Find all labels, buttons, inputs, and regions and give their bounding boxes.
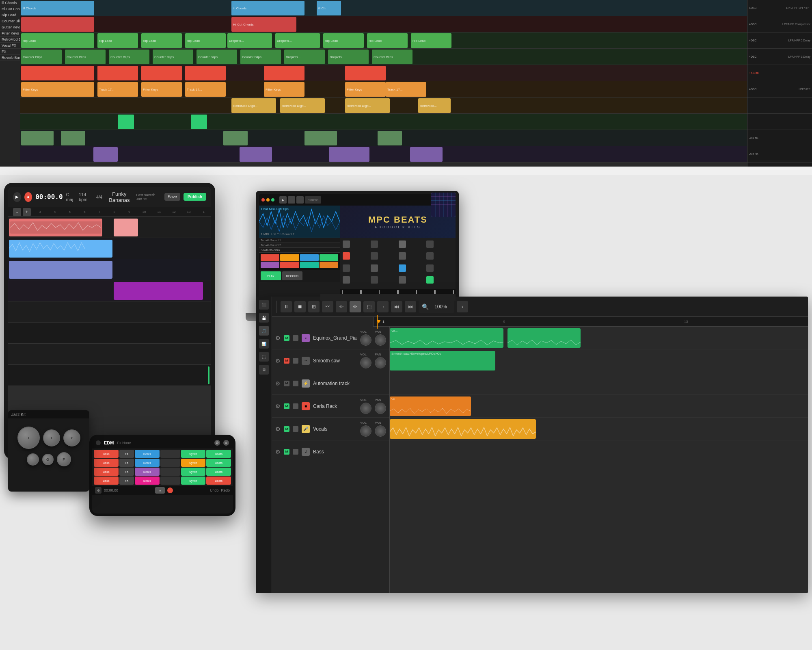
phone-pad-beats2-3[interactable]: Beats: [206, 468, 231, 476]
seq-gear-3[interactable]: ⚙: [275, 380, 281, 387]
seq-pan-knob-1[interactable]: [375, 334, 386, 346]
seq-left-icon-6[interactable]: 🖥: [259, 365, 269, 375]
seq-gear-2[interactable]: ⚙: [275, 358, 281, 364]
seq-vol-knob-2[interactable]: [360, 357, 371, 368]
seq-solo-5[interactable]: [293, 426, 298, 432]
seq-mute-1[interactable]: M: [284, 335, 289, 341]
phone-pad-fx-1[interactable]: FX: [119, 450, 134, 458]
phone-pad-beats-1[interactable]: Beats: [135, 450, 160, 458]
seq-clip-vocals-1[interactable]: [390, 419, 536, 439]
seq-pan-knob-5[interactable]: [375, 425, 386, 437]
phone-pad-beats-2[interactable]: Beats: [135, 459, 160, 467]
phone-pad-beats-3[interactable]: Beats: [135, 468, 160, 476]
mpc-pad-9[interactable]: [343, 264, 350, 272]
seq-arrow-btn[interactable]: →: [377, 301, 389, 312]
mpc-tool-1[interactable]: ▶: [279, 196, 287, 204]
mpc-pad-6[interactable]: [371, 252, 378, 260]
mpc-pad-red2[interactable]: [280, 262, 299, 268]
seq-grid-btn[interactable]: ⊞: [308, 301, 320, 312]
seq-vol-knob-1[interactable]: [360, 334, 371, 346]
seq-mute-5[interactable]: M: [284, 426, 289, 432]
phone-pad-beats2-1[interactable]: Beats: [206, 450, 231, 458]
seq-solo-1[interactable]: [293, 335, 298, 341]
seq-stop-btn[interactable]: ⏹: [294, 301, 306, 312]
seq-vol-knob-5[interactable]: [360, 425, 371, 437]
mpc-pad-8[interactable]: [426, 252, 434, 260]
seq-wave-btn[interactable]: 〰: [322, 301, 333, 312]
phone-pad-empty-2[interactable]: [160, 459, 180, 467]
publish-button[interactable]: Publish: [184, 193, 206, 201]
mpc-pad-teal[interactable]: [300, 262, 319, 268]
phone-pad-empty-1[interactable]: [160, 450, 180, 458]
phone-pad-beats2-2[interactable]: Beats: [206, 459, 231, 467]
seq-pan-knob-2[interactable]: [375, 357, 386, 368]
seq-gear-4[interactable]: ⚙: [275, 403, 281, 410]
mpc-pad-blue[interactable]: [300, 254, 319, 261]
mpc-pad-green[interactable]: [320, 254, 338, 261]
seq-left-icon-4[interactable]: 📊: [259, 339, 269, 349]
seq-mute-2[interactable]: M: [284, 358, 289, 364]
seq-gear-1[interactable]: ⚙: [275, 335, 281, 341]
mpc-pad-2[interactable]: [371, 240, 378, 248]
mpc-tool-2[interactable]: [288, 196, 295, 204]
drum-pad-1[interactable]: I: [17, 427, 40, 449]
mpc-pad-10[interactable]: [371, 264, 378, 272]
seq-skip-btn[interactable]: ⏭: [391, 301, 402, 312]
phone-undo-btn[interactable]: Undo: [210, 488, 219, 492]
seq-pause-btn[interactable]: ⏸: [281, 301, 292, 312]
seq-pan-knob-4[interactable]: [375, 403, 386, 414]
seq-left-icon-3[interactable]: 🎵: [259, 326, 269, 336]
seq-solo-2[interactable]: [293, 358, 298, 364]
phone-pad-beats2-4[interactable]: Beats: [206, 477, 231, 485]
phone-pad-synth-4[interactable]: Synth: [181, 477, 206, 485]
phone-settings-icon[interactable]: ⚙: [95, 487, 102, 494]
mpc-pad-7[interactable]: [399, 252, 406, 260]
mpc-pad-purple[interactable]: [261, 262, 279, 268]
mpc-pad-orange2[interactable]: [320, 262, 338, 268]
seq-mute-4[interactable]: M: [284, 403, 289, 409]
phone-menu-btn[interactable]: ≡: [223, 440, 229, 446]
phone-pad-synth-2[interactable]: Synth: [181, 459, 206, 467]
piano-key-black-6[interactable]: [413, 294, 456, 301]
zoom-in-button[interactable]: +: [23, 208, 31, 216]
phone-record-btn[interactable]: ●: [155, 487, 165, 494]
seq-solo-6[interactable]: [293, 449, 298, 455]
drum-pad-4[interactable]: [27, 453, 39, 466]
phone-settings-btn[interactable]: ⚙: [214, 440, 220, 446]
seq-clip-carla-1[interactable]: Va...: [390, 396, 471, 416]
phone-pad-beats-4[interactable]: Beats: [135, 477, 160, 485]
mpc-pad-12[interactable]: [426, 264, 434, 272]
phone-pad-fx-4[interactable]: FX: [119, 477, 134, 485]
zoom-out-button[interactable]: -: [13, 208, 21, 216]
mpc-pad-13[interactable]: [343, 276, 350, 284]
drum-pad-2[interactable]: T: [43, 429, 60, 446]
record-button[interactable]: ●: [24, 192, 32, 202]
seq-gear-6[interactable]: ⚙: [275, 448, 281, 455]
seq-solo-4[interactable]: [293, 403, 298, 409]
seq-select-btn[interactable]: ⬚: [363, 301, 375, 312]
seq-clip-equinox-1[interactable]: Va...: [390, 328, 503, 348]
seq-rewind-btn[interactable]: ⏮: [405, 301, 416, 312]
phone-pad-bass-2[interactable]: Bass: [94, 459, 119, 467]
seq-clip-equinox-2[interactable]: [508, 328, 581, 348]
play-button[interactable]: ▶: [13, 192, 21, 202]
phone-pad-empty-3[interactable]: [160, 468, 180, 476]
seq-pencil-btn[interactable]: ✏: [350, 301, 361, 312]
seq-clip-smoothsaw-1[interactable]: Smooth saw>Envelopes/LFOs>Cu: [390, 351, 495, 370]
phone-play-btn[interactable]: [167, 488, 173, 493]
mpc-pad-11[interactable]: [399, 264, 406, 272]
mpc-pad-14[interactable]: [371, 276, 378, 284]
seq-vol-knob-4[interactable]: [360, 403, 371, 414]
seq-draw-btn[interactable]: ✏: [336, 301, 347, 312]
seq-solo-3[interactable]: [293, 381, 298, 386]
seq-left-icon-2[interactable]: 💾: [259, 313, 269, 323]
drum-pad-3[interactable]: Y: [63, 429, 80, 446]
mpc-pad-5[interactable]: [343, 252, 350, 260]
phone-pad-bass-1[interactable]: Bass: [94, 450, 119, 458]
phone-pad-synth-3[interactable]: Synth: [181, 468, 206, 476]
phone-back-btn[interactable]: [96, 440, 101, 445]
mpc-record-btn[interactable]: RECORD: [282, 271, 302, 280]
save-button[interactable]: Save: [164, 193, 180, 201]
seq-left-icon-5[interactable]: ⬚: [259, 352, 269, 362]
mpc-pad-16[interactable]: [426, 276, 434, 284]
